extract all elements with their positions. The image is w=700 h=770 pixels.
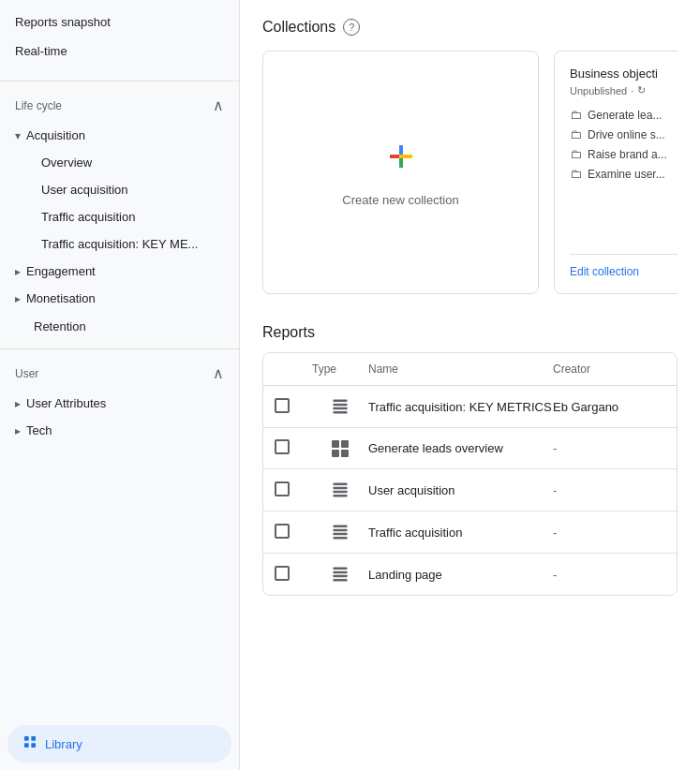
library-icon: [22, 734, 37, 753]
lifecycle-title: Life cycle: [15, 99, 62, 112]
item-label: Raise brand a...: [588, 148, 667, 161]
svg-rect-13: [334, 483, 348, 486]
svg-rect-11: [334, 407, 348, 410]
edit-collection-link[interactable]: Edit collection: [570, 265, 639, 278]
sidebar-item-monetisation[interactable]: ▸ Monetisation: [0, 285, 231, 312]
svg-rect-21: [334, 568, 348, 570]
type-icon-table: [312, 481, 368, 499]
type-icon-table: [312, 397, 368, 416]
arrow-icon: ▸: [15, 397, 21, 410]
collections-row: Create new collection Business objecti U…: [262, 51, 678, 294]
business-card-title: Business objecti: [570, 67, 678, 81]
user-chevron-icon[interactable]: ∧: [213, 364, 224, 382]
main-content: Collections ? C: [240, 0, 700, 770]
sidebar-item-user-attributes[interactable]: ▸ User Attributes: [0, 390, 231, 417]
sidebar-item-overview[interactable]: Overview: [0, 149, 231, 176]
plus-icon: [382, 138, 420, 178]
table-header-creator: Creator: [553, 363, 665, 376]
sidebar-item-reports-snapshot[interactable]: Reports snapshot: [0, 7, 231, 37]
type-icon-grid: [312, 440, 368, 457]
item-label: Generate lea...: [588, 109, 662, 122]
svg-rect-14: [334, 487, 348, 490]
svg-rect-12: [334, 411, 348, 414]
sidebar-item-label: User acquisition: [41, 183, 128, 197]
sidebar-item-label: Traffic acquisition: KEY ME...: [41, 237, 198, 251]
svg-rect-8: [403, 155, 412, 158]
type-icon-table: [312, 565, 368, 584]
sidebar-item-acquisition[interactable]: ▾ Acquisition: [0, 122, 231, 149]
sidebar-bottom: Library: [0, 718, 239, 770]
svg-rect-10: [334, 404, 348, 407]
svg-rect-19: [334, 533, 348, 536]
table-row[interactable]: Landing page -: [263, 554, 677, 595]
sidebar-item-label: Tech: [26, 423, 52, 437]
type-icon-table: [312, 523, 368, 541]
user-header: User ∧: [0, 357, 239, 390]
sidebar-item-label: Acquisition: [26, 128, 85, 142]
business-card-footer: Edit collection: [570, 254, 678, 278]
collections-header: Collections ?: [262, 19, 678, 36]
table-row[interactable]: User acquisition -: [263, 469, 677, 511]
svg-rect-20: [334, 537, 348, 540]
arrow-icon: ▸: [15, 424, 21, 437]
folder-icon: 🗀: [570, 147, 582, 161]
row-checkbox[interactable]: [275, 566, 312, 584]
create-collection-card[interactable]: Create new collection: [262, 51, 539, 294]
svg-rect-16: [334, 495, 348, 497]
lifecycle-chevron-icon[interactable]: ∧: [213, 96, 224, 114]
arrow-icon: ▾: [15, 129, 21, 142]
svg-rect-17: [334, 526, 348, 528]
collections-title: Collections: [262, 19, 335, 36]
arrow-icon: ▸: [15, 265, 21, 278]
table-row[interactable]: Traffic acquisition: KEY METRICS Eb Garg…: [263, 386, 677, 428]
arrow-icon: ▸: [15, 292, 21, 305]
row-creator: Eb Gargano: [553, 400, 665, 414]
collections-help-icon[interactable]: ?: [343, 19, 360, 36]
row-name: User acquisition: [368, 483, 553, 497]
row-checkbox[interactable]: [275, 481, 312, 499]
reports-title: Reports: [262, 324, 678, 341]
sidebar-item-label: User Attributes: [26, 396, 106, 410]
svg-rect-2: [24, 743, 29, 748]
sidebar-item-retention[interactable]: Retention: [0, 312, 231, 341]
sidebar-item-traffic-key-me[interactable]: Traffic acquisition: KEY ME...: [0, 230, 231, 258]
svg-rect-0: [24, 736, 29, 741]
svg-rect-9: [334, 400, 348, 403]
svg-rect-7: [390, 155, 399, 158]
table-header-type: Type: [312, 363, 368, 376]
sidebar-item-label: Reports snapshot: [15, 15, 111, 29]
row-checkbox[interactable]: [275, 524, 312, 541]
sidebar-item-tech[interactable]: ▸ Tech: [0, 417, 231, 444]
create-collection-label: Create new collection: [342, 193, 458, 207]
business-card-items: 🗀 Generate lea... 🗀 Drive online s... 🗀 …: [570, 108, 678, 244]
status-icon: ·: [631, 85, 633, 96]
business-card-item: 🗀 Generate lea...: [570, 108, 678, 122]
folder-icon: 🗀: [570, 127, 582, 141]
user-title: User: [15, 367, 38, 380]
svg-rect-5: [399, 145, 403, 155]
business-card-status: Unpublished · ↻: [570, 84, 678, 96]
library-button[interactable]: Library: [7, 725, 231, 763]
svg-rect-3: [31, 743, 36, 748]
sidebar-item-engagement[interactable]: ▸ Engagement: [0, 258, 231, 285]
sidebar-item-realtime[interactable]: Real-time: [0, 37, 231, 66]
row-name: Generate leads overview: [368, 441, 553, 455]
row-creator: -: [553, 568, 665, 582]
item-label: Examine user...: [588, 168, 665, 181]
row-checkbox[interactable]: [275, 398, 312, 416]
folder-icon: 🗀: [570, 167, 582, 181]
lifecycle-header: Life cycle ∧: [0, 89, 239, 122]
row-name: Traffic acquisition: [368, 526, 553, 540]
table-row[interactable]: Generate leads overview -: [263, 428, 677, 469]
row-creator: -: [553, 483, 665, 497]
row-creator: -: [553, 526, 665, 540]
sidebar-item-label: Retention: [34, 319, 86, 333]
business-collection-card: Business objecti Unpublished · ↻ 🗀 Gener…: [554, 51, 678, 294]
library-label: Library: [45, 737, 82, 751]
sidebar-item-label: Engagement: [26, 264, 96, 278]
svg-rect-22: [334, 571, 348, 574]
sidebar-item-user-acquisition[interactable]: User acquisition: [0, 176, 231, 203]
table-row[interactable]: Traffic acquisition -: [263, 511, 677, 554]
row-checkbox[interactable]: [275, 439, 312, 457]
sidebar-item-traffic-acquisition[interactable]: Traffic acquisition: [0, 203, 231, 230]
